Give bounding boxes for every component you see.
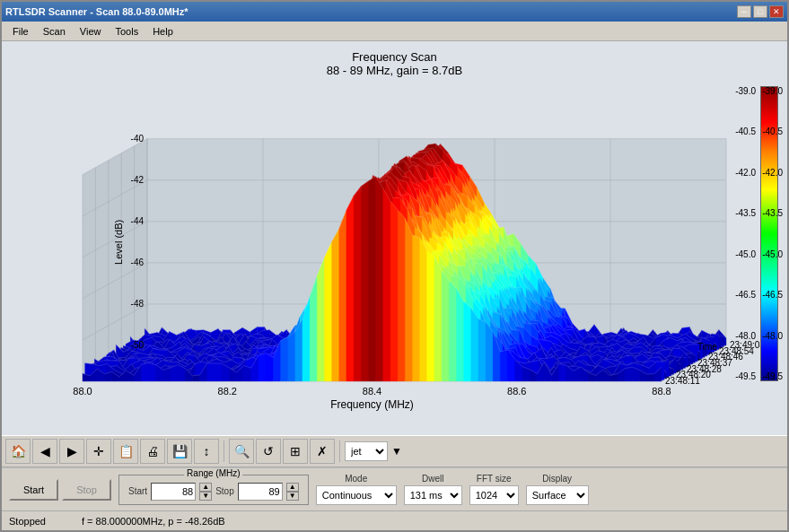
settings-button[interactable]: 📋 [113, 439, 138, 464]
chart-area: Frequency Scan 88 - 89 MHz, gain = 8.7dB… [2, 41, 787, 435]
fft-label: FFT size [477, 474, 512, 484]
controls-bar: Start Stop Range (MHz) Start ▲ ▼ Stop ▲ … [2, 467, 787, 510]
start-freq-input[interactable] [151, 483, 196, 501]
minimize-button[interactable]: ─ [737, 5, 751, 18]
mode-group: Mode Continuous Single [316, 474, 397, 505]
start-freq-up[interactable]: ▲ [199, 483, 212, 492]
status-bar: Stopped f = 88.000000MHz, p = -48.26dB [2, 510, 787, 530]
maximize-button[interactable]: □ [753, 5, 767, 18]
close-button[interactable]: ✕ [769, 5, 784, 18]
separator-2 [339, 440, 340, 462]
chart-title: Frequency Scan 88 - 89 MHz, gain = 8.7dB [327, 50, 462, 77]
menu-scan[interactable]: Scan [36, 24, 73, 39]
chart-title-line1: Frequency Scan [327, 50, 462, 64]
title-bar-buttons: ─ □ ✕ [737, 5, 784, 18]
stop-button[interactable]: Stop [62, 479, 111, 501]
menu-bar: File Scan View Tools Help [2, 22, 787, 41]
back-button[interactable]: ◀ [32, 439, 57, 464]
clear-button[interactable]: ✗ [310, 439, 335, 464]
menu-view[interactable]: View [73, 24, 109, 39]
forward-button[interactable]: ▶ [59, 439, 84, 464]
stop-freq-down[interactable]: ▼ [286, 492, 299, 501]
save-button[interactable]: 💾 [167, 439, 192, 464]
display-select[interactable]: Surface Specto 3D [526, 485, 589, 505]
print-button[interactable]: 🖨 [140, 439, 165, 464]
stop-label: Stop [215, 486, 234, 496]
start-freq-spinner[interactable]: ▲ ▼ [199, 483, 212, 501]
home-button[interactable]: 🏠 [5, 439, 31, 464]
dwell-group: Dwell 131 ms 262 ms 524 ms [404, 474, 462, 505]
title-bar: RTLSDR Scanner - Scan 88.0-89.0MHz* ─ □ … [2, 2, 787, 22]
crosshair-button[interactable]: ✛ [86, 439, 111, 464]
start-button[interactable]: Start [9, 479, 58, 501]
start-label: Start [128, 486, 147, 496]
rotate-button[interactable]: ↺ [256, 439, 281, 464]
toolbar: 🏠 ◀ ▶ ✛ 📋 🖨 💾 ↕ 🔍 ↺ ⊞ ✗ jet hot cool gra… [2, 435, 787, 467]
colorbar-left-labels: -39.0 -40.5 -42.0 -43.5 -45.0 -46.5 -48.… [735, 86, 756, 381]
range-label: Range (MHz) [184, 468, 242, 478]
menu-help[interactable]: Help [145, 24, 180, 39]
grid-button[interactable]: ⊞ [283, 439, 308, 464]
colormap-select[interactable]: jet hot cool gray [345, 441, 388, 461]
start-stop-group: Start Stop [9, 479, 111, 501]
colormap-dropdown-icon: ▼ [391, 445, 402, 458]
colorbar-right-labels: -39.0 -40.5 -42.0 -43.5 -45.0 -46.5 -48.… [762, 86, 783, 381]
fft-select[interactable]: 512 1024 2048 [469, 485, 519, 505]
status-state: Stopped [9, 516, 46, 527]
stop-freq-input[interactable] [238, 483, 283, 501]
display-label: Display [542, 474, 572, 484]
main-window: RTLSDR Scanner - Scan 88.0-89.0MHz* ─ □ … [0, 0, 789, 532]
menu-tools[interactable]: Tools [108, 24, 145, 39]
chart-container: Frequency Scan 88 - 89 MHz, gain = 8.7dB… [2, 41, 787, 435]
stop-freq-up[interactable]: ▲ [286, 483, 299, 492]
display-group: Display Surface Specto 3D [526, 474, 589, 505]
status-info: f = 88.000000MHz, p = -48.26dB [82, 516, 225, 527]
menu-file[interactable]: File [5, 24, 36, 39]
dwell-select[interactable]: 131 ms 262 ms 524 ms [404, 485, 462, 505]
move-button[interactable]: ↕ [194, 439, 219, 464]
chart-title-line2: 88 - 89 MHz, gain = 8.7dB [327, 64, 462, 77]
mode-select[interactable]: Continuous Single [316, 485, 397, 505]
range-group: Range (MHz) Start ▲ ▼ Stop ▲ ▼ [118, 475, 309, 505]
start-freq-down[interactable]: ▼ [199, 492, 212, 501]
stop-freq-spinner[interactable]: ▲ ▼ [286, 483, 299, 501]
spectrum-canvas [2, 41, 787, 435]
fft-group: FFT size 512 1024 2048 [469, 474, 519, 505]
zoom-button[interactable]: 🔍 [229, 439, 254, 464]
mode-label: Mode [345, 474, 367, 484]
window-title: RTLSDR Scanner - Scan 88.0-89.0MHz* [5, 6, 188, 17]
dwell-label: Dwell [422, 474, 443, 484]
separator-1 [224, 440, 224, 462]
